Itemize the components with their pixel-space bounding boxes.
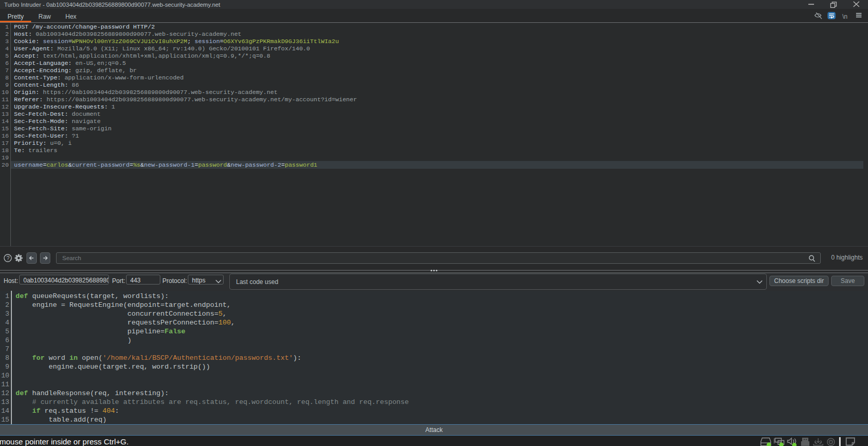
- svg-text:?: ?: [7, 255, 10, 261]
- svg-text:\n: \n: [843, 13, 848, 20]
